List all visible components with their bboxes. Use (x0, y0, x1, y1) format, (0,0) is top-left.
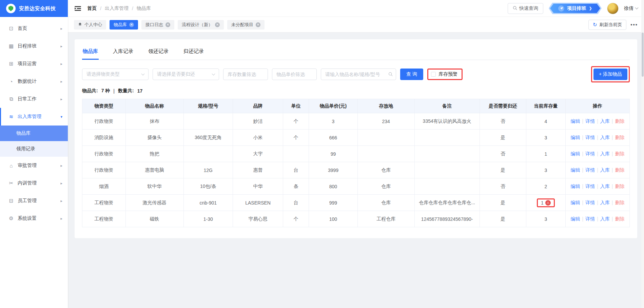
sidebar-item-project-operations[interactable]: ⊞项目运营▸ (0, 55, 68, 73)
table-cell (414, 146, 480, 162)
breadcrumb-item[interactable]: 首页 (87, 5, 97, 12)
sidebar-item-daily-work[interactable]: ⧉日常工作▸ (0, 90, 68, 108)
action-detail[interactable]: 详情 (585, 200, 595, 205)
action-delete[interactable]: 删除 (615, 135, 625, 140)
action-inbound[interactable]: 入库 (600, 118, 610, 124)
caret-right-icon: ▸ (60, 216, 62, 221)
stock-quantity-input[interactable] (223, 69, 268, 80)
sidebar-subitem-item-store[interactable]: 物品库 (0, 126, 68, 141)
tab-chip-unassigned-projects[interactable]: 未分配项目✕ (227, 20, 265, 30)
table-cell (414, 130, 480, 146)
tab-chip-personal-center[interactable]: 个人中心 (74, 20, 106, 30)
action-edit[interactable]: 编辑 (571, 118, 580, 124)
tab-borrow-return-records[interactable]: 领还记录 (148, 45, 169, 60)
action-edit[interactable]: 编辑 (571, 151, 580, 156)
action-detail[interactable]: 详情 (585, 167, 595, 173)
action-edit[interactable]: 编辑 (571, 135, 580, 140)
tab-return-records[interactable]: 归还记录 (183, 45, 204, 60)
item-store-card: 物品库入库记录领还记录归还记录 请选择物资类型 请选择是否要归还 (75, 39, 637, 238)
sidebar-item-data-statistics[interactable]: ◔数据统计▸ (0, 73, 68, 90)
action-inbound[interactable]: 入库 (600, 135, 610, 140)
tab-inbound-records[interactable]: 入库记录 (112, 45, 134, 60)
window-scrollbar[interactable] (641, 0, 644, 308)
tab-item-store[interactable]: 物品库 (82, 45, 99, 60)
action-separator: | (612, 200, 613, 205)
tab-chip-label: 物品库 (114, 22, 127, 28)
actions-cell: 编辑|详情|入库|删除 (566, 146, 630, 162)
refresh-page-button[interactable]: ↻ 刷新当前页 (588, 20, 626, 30)
stock-warning-checkbox[interactable] (431, 72, 436, 77)
tab-chip-flow-design-new[interactable]: 流程设计（新）✕ (178, 20, 224, 30)
action-detail[interactable]: 详情 (585, 118, 595, 124)
close-icon[interactable]: ✕ (256, 22, 260, 27)
action-inbound[interactable]: 入库 (600, 200, 610, 205)
close-icon[interactable]: ✕ (129, 22, 134, 27)
close-icon[interactable]: ✕ (215, 22, 220, 27)
action-inbound[interactable]: 入库 (600, 184, 610, 189)
stock-warning-filter[interactable]: 库存预警 (427, 69, 463, 80)
close-icon[interactable]: ✕ (165, 22, 170, 27)
need-return-select[interactable]: 请选择是否要归还 (153, 69, 219, 80)
action-edit[interactable]: 编辑 (571, 216, 580, 222)
material-type-select[interactable]: 请选择物资类型 (82, 69, 149, 80)
action-inbound[interactable]: 入库 (600, 216, 610, 222)
sidebar-fold-icon[interactable] (75, 6, 81, 11)
caret-down-icon: ▾ (60, 115, 62, 119)
tab-chip-api-log[interactable]: 接口日志✕ (141, 20, 174, 30)
scrollbar-thumb[interactable] (642, 33, 644, 77)
table-cell: 3999 (309, 162, 358, 178)
project-schedule-badge[interactable]: 项目排班 ❯ (549, 3, 602, 14)
home-icon (78, 22, 82, 27)
breadcrumb-item[interactable]: 物品库 (137, 5, 151, 12)
action-delete[interactable]: 删除 (615, 151, 625, 156)
sidebar: 安胜达安全科技 ⊡首页▸▦日程排班▸⊞项目运营▸◔数据统计▸⧉日常工作▸≋出入库… (0, 0, 68, 308)
brand-logo-icon (6, 4, 16, 13)
sidebar-item-approval-management[interactable]: ⌂审批管理▸ (0, 157, 68, 174)
action-edit[interactable]: 编辑 (571, 184, 580, 189)
action-inbound[interactable]: 入库 (600, 151, 610, 156)
sidebar-item-system-settings[interactable]: ⚙系统设置▸ (0, 210, 68, 227)
paper-plane-icon (558, 5, 564, 12)
tabs-bar-actions: ↻ 刷新当前页 ••• (588, 20, 638, 30)
action-edit[interactable]: 编辑 (571, 200, 580, 205)
sidebar-item-schedule[interactable]: ▦日程排班▸ (0, 37, 68, 55)
action-delete[interactable]: 删除 (615, 184, 625, 189)
search-icon (513, 6, 517, 11)
actions-cell: 编辑|详情|入库|删除 (566, 113, 630, 130)
more-options-button[interactable]: ••• (630, 22, 638, 27)
action-delete[interactable]: 删除 (615, 118, 625, 124)
query-button[interactable]: 查 询 (400, 69, 423, 80)
sidebar-item-home[interactable]: ⊡首页▸ (0, 20, 68, 37)
sidebar-item-staff-management[interactable]: ⊟员工管理▸ (0, 192, 68, 210)
action-separator: | (582, 151, 584, 156)
add-item-button[interactable]: + 添加物品 (593, 69, 627, 80)
breadcrumb-separator: / (132, 6, 133, 11)
sidebar-item-warehouse-management[interactable]: ≋出入库管理▾ (0, 108, 68, 126)
action-detail[interactable]: 详情 (585, 184, 595, 189)
action-delete[interactable]: 删除 (615, 167, 625, 173)
items-count-label: 物品共: (82, 88, 98, 94)
sidebar-item-training-management[interactable]: ✂内训管理▸ (0, 174, 68, 192)
search-icon (388, 72, 393, 77)
tab-chip-item-store[interactable]: 物品库✕ (110, 20, 138, 30)
action-delete[interactable]: 删除 (615, 216, 625, 222)
pie-chart-icon: ◔ (8, 79, 14, 84)
table-cell (357, 146, 414, 162)
sidebar-subitem-usage-records[interactable]: 领用记录 (0, 141, 68, 157)
item-search-input[interactable] (321, 69, 396, 80)
caret-right-icon: ▸ (60, 44, 62, 49)
action-delete[interactable]: 删除 (615, 200, 625, 205)
breadcrumb-item[interactable]: 出入库管理 (105, 5, 129, 12)
user-menu[interactable]: 徐倩 (624, 5, 638, 12)
unit-price-input[interactable] (272, 69, 317, 80)
action-detail[interactable]: 详情 (585, 135, 595, 140)
table-cell: 1⚠ (526, 195, 565, 211)
action-separator: | (582, 167, 584, 173)
quick-search-button[interactable]: 快速查询 (508, 3, 543, 14)
table-header-row: 物资类型物品名称规格/型号品牌单位物品单价(元)存放地备注是否需要归还当前库存量… (82, 99, 630, 113)
action-detail[interactable]: 详情 (585, 216, 595, 222)
action-inbound[interactable]: 入库 (600, 167, 610, 173)
action-edit[interactable]: 编辑 (571, 167, 580, 173)
user-avatar[interactable] (607, 3, 619, 14)
action-detail[interactable]: 详情 (585, 151, 595, 156)
